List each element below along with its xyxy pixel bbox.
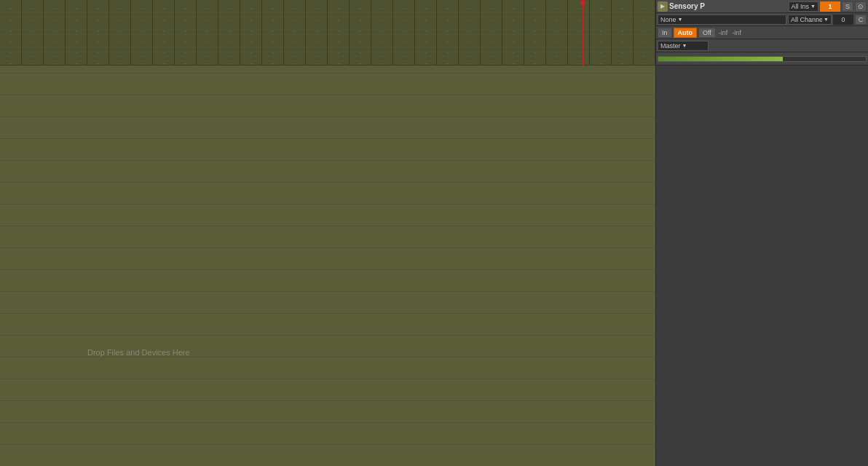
track-icon-symbol: ▶ [660, 3, 665, 9]
track-header-row: ▶ Sensory P All Ins ▼ 1 S ⊙ [656, 0, 868, 13]
volume-fill [658, 57, 783, 61]
channels-arrow: ▼ [824, 17, 829, 22]
track-row-3: In Auto Off -inf -inf [656, 26, 868, 39]
all-ins-dropdown[interactable]: All Ins ▼ [789, 1, 818, 12]
track-number-value[interactable]: 1 [820, 1, 840, 12]
none-dropdown[interactable]: None ▼ [658, 15, 786, 25]
inf-left-label: -inf [717, 29, 730, 36]
all-ins-arrow: ▼ [810, 4, 816, 9]
solo-button[interactable]: S [842, 1, 853, 12]
track-row-5 [656, 52, 868, 66]
right-panel-content [656, 66, 868, 466]
drop-zone-label: Drop Files and Devices Here [87, 348, 190, 357]
main-container: Drop Files and Devices Here ▶ Sensory P … [0, 0, 868, 466]
auto-button[interactable]: Auto [674, 28, 698, 38]
in-button[interactable]: In [658, 28, 672, 38]
master-arrow: ▼ [682, 43, 687, 48]
none-arrow: ▼ [678, 17, 683, 22]
off-button[interactable]: Off [698, 28, 716, 38]
track-row-4: Master ▼ [656, 39, 868, 52]
inf-right-label: -inf [730, 29, 743, 36]
track-row-2: None ▼ All Channe ▼ 0 C [656, 13, 868, 26]
track-offset-value[interactable]: 0 [833, 15, 853, 25]
all-channels-dropdown[interactable]: All Channe ▼ [788, 15, 832, 25]
record-button[interactable]: ⊙ [855, 1, 867, 12]
track-icon[interactable]: ▶ [658, 1, 668, 12]
track-dots [0, 0, 655, 66]
track-name: Sensory P [669, 2, 787, 10]
track-pattern-area [0, 0, 655, 66]
volume-level-bar[interactable] [658, 56, 867, 62]
master-dropdown[interactable]: Master ▼ [658, 41, 709, 51]
track-area[interactable]: Drop Files and Devices Here [0, 0, 655, 466]
playhead-line [583, 0, 583, 66]
playhead-marker [580, 0, 585, 5]
device-drop-area[interactable]: Drop Files and Devices Here [0, 66, 655, 466]
right-panel: ▶ Sensory P All Ins ▼ 1 S ⊙ None ▼ [655, 0, 868, 466]
c-button[interactable]: C [855, 15, 867, 25]
